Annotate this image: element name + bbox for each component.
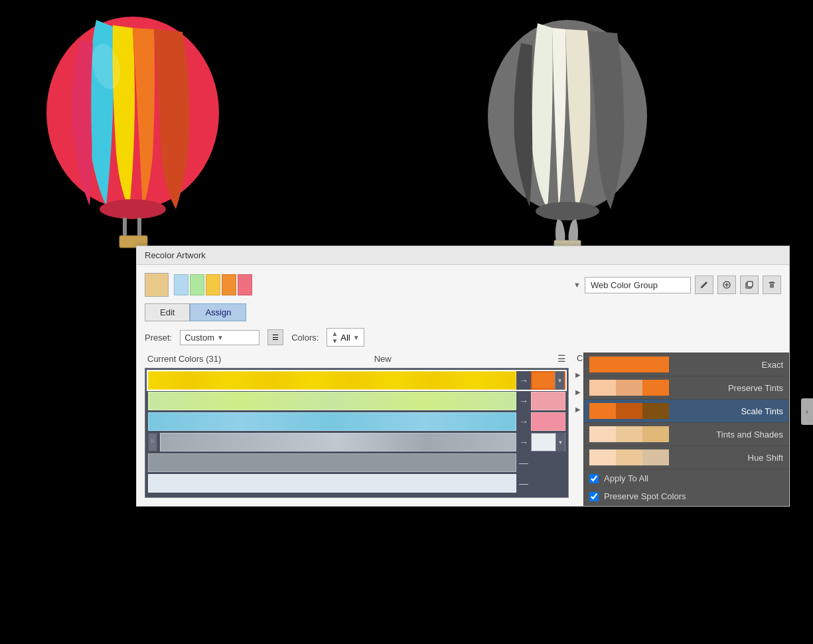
color-preview[interactable] xyxy=(145,273,169,297)
preset-select[interactable]: Custom ▼ xyxy=(180,330,259,345)
dialog-titlebar: Recolor Artwork xyxy=(137,246,789,265)
preset-options-btn[interactable]: ☰ xyxy=(267,329,283,345)
left-panel: Current Colors (31) New ☰ → ▼ xyxy=(145,353,569,498)
current-colors-header: Current Colors (31) New ☰ xyxy=(145,353,569,364)
color-bar-left-2 xyxy=(148,392,516,410)
arrow-4: → xyxy=(519,437,528,447)
option-scale-tints[interactable]: Scale Tints xyxy=(584,400,788,423)
option-label-tints: Tints and Shades xyxy=(674,430,783,440)
arrow-3: → xyxy=(519,416,528,427)
right-panel: Color Groups ▶ Grays ▶ xyxy=(575,353,781,498)
harmony-dropdown-arrow[interactable]: ▼ xyxy=(573,281,581,289)
new-group-btn[interactable] xyxy=(717,276,736,294)
color-rows-container: → ▼ → → xyxy=(145,368,569,498)
colors-select[interactable]: ▲▼ All ▼ xyxy=(327,328,364,347)
color-bar-right-1: ▼ xyxy=(531,371,565,390)
option-hue-shift[interactable]: Hue Shift xyxy=(584,446,788,469)
color-row-3[interactable]: → xyxy=(148,412,565,431)
color-group-name-input[interactable] xyxy=(585,277,691,293)
color-bar-right-5 xyxy=(531,453,565,472)
arrow-6: — xyxy=(519,478,528,489)
arrow-5: — xyxy=(519,457,528,468)
arrow-2: → xyxy=(519,396,528,406)
color-bar-left-4 xyxy=(160,433,516,451)
svg-point-8 xyxy=(536,202,599,220)
color-bar-left-1 xyxy=(148,371,516,390)
list-icon[interactable]: ☰ xyxy=(557,353,566,364)
option-color-bar-hue xyxy=(589,449,669,465)
edit-tab[interactable]: Edit xyxy=(145,303,190,321)
option-color-bar-preserve xyxy=(589,380,669,396)
color-bar-left-6 xyxy=(148,474,516,493)
colors-arrow: ▼ xyxy=(353,334,360,341)
color-bar-right-6 xyxy=(531,474,565,493)
edit-pencil-btn[interactable] xyxy=(695,276,713,294)
options-popup: Exact Preserve Tints xyxy=(583,353,789,506)
handle-dots-4: ⠿ xyxy=(151,440,155,445)
preset-value: Custom xyxy=(185,333,214,343)
color-row-4[interactable]: ⠿ → ▼ xyxy=(148,433,565,451)
preserve-spot-colors-checkbox[interactable] xyxy=(589,492,599,501)
option-color-bar-tints xyxy=(589,426,669,442)
cg-arrow-2: ▶ xyxy=(575,406,581,413)
option-label-hue: Hue Shift xyxy=(674,453,783,463)
right-dropdown-1[interactable]: ▼ xyxy=(555,371,564,390)
preset-label: Preset: xyxy=(145,333,172,343)
strip-color-3[interactable] xyxy=(206,274,220,295)
cg-arrow-web: ▶ xyxy=(575,388,581,396)
options-row: Preset: Custom ▼ ☰ Colors: ▲▼ All ▼ xyxy=(145,328,781,347)
recolor-artwork-dialog: Recolor Artwork ▼ xyxy=(136,246,790,507)
dialog-body: ▼ Edit Assign Pres xyxy=(137,265,789,506)
svg-rect-14 xyxy=(747,282,753,287)
option-label-scale: Scale Tints xyxy=(674,406,783,416)
option-tints-shades[interactable]: Tints and Shades xyxy=(584,423,788,446)
option-color-bar-exact xyxy=(589,357,669,372)
arrow-1: → xyxy=(519,375,528,386)
new-label: New xyxy=(374,354,392,364)
balloon-right xyxy=(478,13,657,252)
color-row-2[interactable]: → xyxy=(148,392,565,410)
colors-label: Colors: xyxy=(291,333,319,343)
strip-color-4[interactable] xyxy=(222,274,236,295)
svg-rect-4 xyxy=(137,218,141,238)
top-right-controls: ▼ xyxy=(573,276,781,294)
color-row-6[interactable]: — xyxy=(148,474,565,493)
assign-tab[interactable]: Assign xyxy=(190,303,246,321)
strip-color-5[interactable] xyxy=(238,274,252,295)
current-colors-label: Current Colors (31) xyxy=(147,354,221,364)
svg-rect-3 xyxy=(123,218,127,238)
colors-value: All xyxy=(340,333,350,343)
preserve-spot-colors-label[interactable]: Preserve Spot Colors xyxy=(604,491,686,501)
dialog-title: Recolor Artwork xyxy=(145,250,206,260)
color-strip xyxy=(174,274,252,295)
color-bar-left-5 xyxy=(148,453,516,472)
apply-to-all-row: Apply To All xyxy=(584,469,788,487)
apply-to-all-label[interactable]: Apply To All xyxy=(604,473,648,483)
preserve-spot-colors-row: Preserve Spot Colors xyxy=(584,487,788,505)
color-row-5[interactable]: — xyxy=(148,453,565,472)
option-exact[interactable]: Exact xyxy=(584,353,788,376)
row-handle-4[interactable]: ⠿ xyxy=(148,433,157,451)
color-row-1[interactable]: → ▼ xyxy=(148,371,565,390)
option-label-preserve: Preserve Tints xyxy=(674,383,783,393)
preset-arrow: ▼ xyxy=(217,334,224,341)
color-bar-right-4: ▼ xyxy=(531,433,565,451)
duplicate-btn[interactable] xyxy=(740,276,759,294)
collapse-icon: › xyxy=(806,407,808,416)
delete-btn[interactable] xyxy=(763,276,781,294)
option-label-exact: Exact xyxy=(674,360,783,370)
main-content: Current Colors (31) New ☰ → ▼ xyxy=(145,353,781,498)
color-bar-left-3 xyxy=(148,412,516,431)
option-preserve-tints[interactable]: Preserve Tints xyxy=(584,376,788,400)
apply-to-all-checkbox[interactable] xyxy=(589,474,599,483)
collapse-arrow-btn[interactable]: › xyxy=(801,398,813,425)
balloon-left xyxy=(40,13,226,252)
strip-color-2[interactable] xyxy=(190,274,204,295)
color-bar-right-2 xyxy=(531,392,565,410)
top-row: ▼ xyxy=(145,273,781,297)
option-color-bar-scale xyxy=(589,403,669,419)
strip-color-1[interactable] xyxy=(174,274,188,295)
right-dropdown-4[interactable]: ▼ xyxy=(555,433,565,451)
svg-point-2 xyxy=(100,199,166,219)
tabs-row: Edit Assign xyxy=(145,303,781,321)
